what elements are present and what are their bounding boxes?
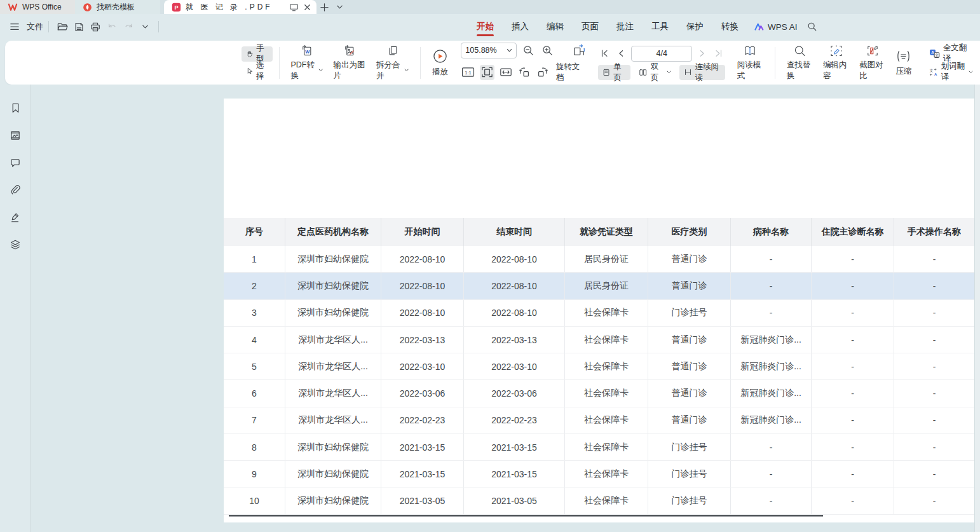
play-button[interactable]: 播放	[427, 44, 453, 81]
fit-width-button[interactable]	[498, 65, 513, 80]
save-icon[interactable]	[71, 19, 87, 34]
continuous-read-button[interactable]: 连续阅读	[679, 65, 726, 80]
menu-search-icon[interactable]	[804, 19, 820, 34]
single-page-button[interactable]: 单页	[598, 65, 630, 80]
play-icon	[432, 48, 448, 64]
table-row[interactable]: 4深圳市龙华区人...2022-03-132022-03-13社会保障卡普通门诊…	[224, 327, 974, 353]
column-header: 医疗类别	[648, 218, 731, 246]
compress-button[interactable]: 压缩	[890, 44, 916, 81]
read-mode-button[interactable]: 阅读模式	[732, 44, 768, 81]
menu-item-home[interactable]: 开始	[468, 16, 503, 38]
menu-item-page[interactable]: 页面	[573, 16, 608, 38]
open-file-icon[interactable]	[54, 19, 71, 34]
zoom-level-select[interactable]: 105.88%	[461, 43, 517, 58]
fit-page-button[interactable]	[480, 65, 494, 80]
find-replace-button[interactable]: 查找替换	[782, 44, 818, 81]
tab-wps-office[interactable]: WPS Office	[0, 0, 75, 14]
export-as-image-button[interactable]: 输出为图片	[329, 44, 372, 81]
table-row[interactable]: 3深圳市妇幼保健院2022-08-102022-08-10社会保障卡门诊挂号--…	[224, 300, 974, 327]
previous-page-button[interactable]	[615, 46, 627, 60]
table-row[interactable]: 10深圳市妇幼保健院2021-03-052021-03-05社会保障卡门诊挂号-…	[224, 488, 974, 515]
select-tool-button[interactable]: 选择	[242, 64, 273, 79]
rotate-right-button[interactable]	[535, 65, 550, 80]
table-cell: 普通门诊	[648, 353, 731, 379]
quick-access-chevron-icon[interactable]	[137, 19, 153, 34]
table-row[interactable]: 2深圳市妇幼保健院2022-08-102022-08-10居民身份证普通门诊--…	[224, 273, 974, 299]
next-page-button[interactable]	[696, 46, 709, 60]
main-menu-icon[interactable]	[6, 19, 23, 34]
rotate-document-button[interactable]: 旋转文档	[554, 62, 587, 83]
table-row[interactable]: 7深圳市龙华区人...2022-02-232022-02-23社会保障卡普通门诊…	[224, 407, 974, 434]
chevron-down-icon	[318, 68, 323, 72]
zoom-out-button[interactable]	[521, 43, 536, 58]
full-text-translate-button[interactable]: A文 全文翻译	[925, 46, 977, 61]
layers-panel-button[interactable]	[7, 236, 24, 253]
pdf-page[interactable]: 序号定点医药机构名称开始时间结束时间就诊凭证类型医疗类别病种名称住院主诊断名称手…	[224, 99, 974, 522]
word-translate-button[interactable]: 文A 划词翻译	[925, 64, 977, 79]
rotate-document-icon[interactable]	[571, 43, 587, 58]
table-row[interactable]: 9深圳市妇幼保健院2021-03-152021-03-15社会保障卡门诊挂号--…	[224, 461, 974, 488]
file-menu[interactable]: 文件	[27, 21, 43, 32]
zoom-in-button[interactable]	[540, 43, 555, 58]
table-cell: 门诊挂号	[648, 461, 731, 487]
table-row[interactable]: 6深圳市龙华区人...2022-03-062022-03-06社会保障卡普通门诊…	[224, 380, 974, 407]
hand-tool-button[interactable]: 手型	[242, 46, 273, 62]
tab-docer-templates[interactable]: 找稻壳模板	[75, 0, 160, 14]
first-page-button[interactable]	[598, 46, 611, 60]
table-cell: 居民身份证	[565, 246, 648, 272]
edit-content-button[interactable]: 编辑内容	[818, 44, 854, 81]
split-merge-button[interactable]: 拆分合并	[371, 44, 414, 81]
signature-panel-button[interactable]	[7, 209, 24, 226]
chevron-down-icon	[969, 70, 973, 74]
print-icon[interactable]	[87, 19, 104, 34]
double-page-button[interactable]: 双页	[634, 65, 675, 80]
table-row[interactable]: 5深圳市龙华区人...2022-03-102022-03-10社会保障卡普通门诊…	[224, 353, 974, 380]
menu-item-convert[interactable]: 转换	[712, 16, 747, 38]
table-cell: 深圳市龙华区人...	[285, 353, 381, 379]
thumbnails-panel-button[interactable]	[7, 127, 24, 144]
last-page-button[interactable]	[712, 46, 725, 60]
column-header: 就诊凭证类型	[565, 218, 648, 246]
close-tab-icon[interactable]	[303, 3, 311, 11]
menu-item-insert[interactable]: 插入	[503, 16, 538, 38]
page-number-input[interactable]: 4/4	[631, 46, 692, 62]
table-row[interactable]: 1深圳市妇幼保健院2022-08-102022-08-10居民身份证普通门诊--…	[224, 246, 974, 273]
undo-icon[interactable]	[104, 19, 120, 34]
table-cell: 2022-08-10	[381, 246, 464, 272]
table-cell: -	[812, 246, 894, 272]
menu-item-wps-ai[interactable]: WPS AI	[747, 22, 804, 32]
vertical-scrollbar[interactable]	[974, 85, 980, 532]
pdf-convert-icon: W	[299, 44, 315, 57]
table-cell: -	[894, 246, 974, 272]
menu-item-tools[interactable]: 工具	[643, 16, 677, 38]
screenshot-compare-icon	[865, 44, 880, 57]
bookmarks-panel-button[interactable]	[7, 100, 24, 116]
table-cell: 2022-08-10	[464, 300, 565, 326]
new-tab-button[interactable]	[316, 0, 332, 14]
table-cell: 2022-03-10	[381, 353, 464, 379]
book-icon	[742, 44, 758, 57]
table-cell: 社会保障卡	[565, 407, 648, 433]
table-row[interactable]: 8深圳市妇幼保健院2021-03-152021-03-15社会保障卡门诊挂号--…	[224, 434, 974, 461]
menu-item-protect[interactable]: 保护	[677, 16, 712, 38]
table-header-row: 序号定点医药机构名称开始时间结束时间就诊凭证类型医疗类别病种名称住院主诊断名称手…	[224, 218, 974, 246]
screenshot-compare-button[interactable]: 截图对比	[854, 44, 890, 81]
comments-panel-button[interactable]	[7, 154, 24, 171]
redo-icon[interactable]	[120, 19, 137, 34]
actual-size-button[interactable]: 1:1	[461, 65, 475, 80]
table-bottom-border	[229, 515, 823, 517]
pdf-convert-button[interactable]: W PDF转换	[285, 44, 328, 81]
menu-item-comment[interactable]: 批注	[608, 16, 643, 38]
table-body: 1深圳市妇幼保健院2022-08-102022-08-10居民身份证普通门诊--…	[224, 246, 974, 515]
menu-bar: 文件 开始 插入 编辑 页面 批注 工具 保护 转换 WPS AI	[0, 14, 980, 39]
full-translate-icon: A文	[929, 48, 940, 58]
menu-item-edit[interactable]: 编辑	[538, 16, 573, 38]
table-cell: 社会保障卡	[565, 353, 648, 379]
column-header: 序号	[224, 218, 285, 246]
rotate-left-button[interactable]	[517, 65, 531, 80]
attachments-panel-button[interactable]	[7, 182, 24, 198]
present-to-screen-icon[interactable]	[289, 3, 299, 11]
tab-list-chevron-icon[interactable]	[332, 0, 347, 14]
svg-text:A: A	[934, 72, 937, 76]
tab-document-pdf[interactable]: P 就 医 记 录 .PDF	[164, 0, 316, 14]
